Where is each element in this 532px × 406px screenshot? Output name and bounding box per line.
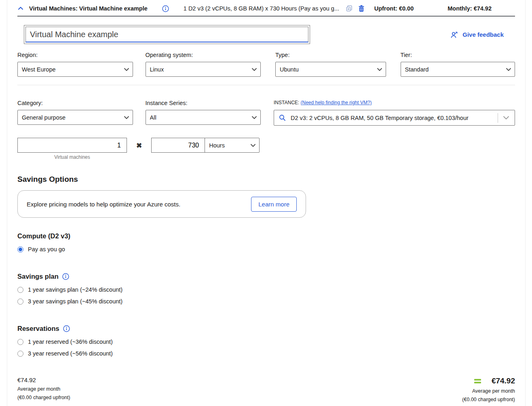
- reservations-title: Reservations: [17, 325, 59, 332]
- primary-config-row: Region: West Europe Operating system: Li…: [17, 52, 515, 77]
- instance-series-select[interactable]: All: [146, 110, 261, 125]
- reserved-1yr-label: 1 year reserved (~36% discount): [28, 339, 113, 345]
- subtotal-amount: €74.92: [17, 377, 70, 383]
- name-row: Give feedback: [17, 25, 515, 44]
- vm-calculator-panel: Virtual Machines: Virtual Machine exampl…: [7, 0, 526, 406]
- vm-count-input[interactable]: [17, 138, 127, 153]
- category-select[interactable]: General purpose: [17, 110, 133, 125]
- type-label: Type:: [275, 52, 386, 58]
- upfront-value: €0.00: [399, 5, 414, 12]
- type-select[interactable]: Ubuntu: [275, 62, 386, 77]
- learn-more-button[interactable]: Learn more: [251, 197, 297, 212]
- reservations-heading: Reservations: [17, 325, 515, 332]
- feedback-label: Give feedback: [462, 31, 504, 38]
- config-summary: 1 D2 v3 (2 vCPUs, 8 GB RAM) x 730 Hours …: [184, 5, 339, 12]
- vm-count-caption: Virtual machines: [17, 154, 127, 160]
- subtotal-upfront-note: (€0.00 charged upfront): [17, 395, 70, 400]
- savings-plan-title: Savings plan: [17, 273, 59, 280]
- savings-plan-heading: Savings plan: [17, 273, 515, 280]
- multiply-icon: ✖: [136, 141, 142, 150]
- radio-icon[interactable]: [17, 299, 23, 305]
- info-icon[interactable]: [162, 5, 169, 12]
- savings-plan-1yr-label: 1 year savings plan (~24% discount): [28, 286, 122, 293]
- os-label: Operating system:: [146, 52, 261, 58]
- info-icon[interactable]: [63, 325, 70, 332]
- collapse-chevron-up-icon[interactable]: [17, 5, 24, 12]
- reserved-3yr-label: 3 year reserved (~56% discount): [28, 350, 113, 357]
- region-select[interactable]: West Europe: [17, 62, 133, 77]
- savings-promo-box: Explore pricing models to help optimize …: [17, 190, 306, 218]
- header-divider: [17, 16, 515, 17]
- savings-options-heading: Savings Options: [17, 175, 515, 184]
- instance-config-row: Category: General purpose Instance Serie…: [17, 100, 515, 126]
- service-title: Virtual Machines: Virtual Machine exampl…: [29, 5, 148, 12]
- savings-promo-text: Explore pricing models to help optimize …: [27, 201, 251, 208]
- grand-total-block: €74.92 Average per month (€0.00 charged …: [462, 377, 515, 402]
- instance-series-label: Instance Series:: [146, 100, 261, 106]
- radio-icon[interactable]: [17, 339, 23, 345]
- instance-combobox[interactable]: D2 v3: 2 vCPUs, 8 GB RAM, 50 GB Temporar…: [274, 110, 515, 126]
- info-icon[interactable]: [62, 273, 69, 280]
- chevron-down-icon[interactable]: [501, 116, 511, 120]
- hours-unit-select[interactable]: Hours: [205, 138, 260, 153]
- savings-plan-3yr-label: 3 year savings plan (~45% discount): [28, 298, 122, 305]
- radio-icon[interactable]: [17, 287, 23, 293]
- pay-as-you-go-option[interactable]: Pay as you go: [17, 246, 515, 252]
- tier-select[interactable]: Standard: [401, 62, 515, 77]
- grand-total-upfront-note: (€0.00 charged upfront): [462, 397, 515, 402]
- region-label: Region:: [17, 52, 133, 58]
- pay-as-you-go-label: Pay as you go: [28, 246, 65, 252]
- instance-label: INSTANCE:: [274, 100, 299, 105]
- subtotal-block: €74.92 Average per month (€0.00 charged …: [17, 377, 70, 402]
- subtotal-caption: Average per month: [17, 386, 70, 392]
- vm-help-link[interactable]: (Need help finding the right VM?): [301, 100, 372, 105]
- compute-heading: Compute (D2 v3): [17, 232, 515, 240]
- monthly-label: Monthly:: [448, 5, 472, 12]
- instance-value: D2 v3: 2 vCPUs, 8 GB RAM, 50 GB Temporar…: [291, 115, 496, 121]
- os-select[interactable]: Linux: [146, 62, 261, 77]
- vm-name-field-wrapper: [24, 25, 310, 44]
- radio-icon[interactable]: [17, 351, 23, 357]
- give-feedback-link[interactable]: Give feedback: [450, 31, 504, 38]
- quantity-row: Virtual machines ✖ Hours: [17, 138, 515, 160]
- savings-plan-1yr-option[interactable]: 1 year savings plan (~24% discount): [17, 286, 515, 293]
- feedback-person-icon: [450, 31, 459, 38]
- search-icon: [279, 114, 286, 121]
- upfront-cost: Upfront: €0.00: [374, 5, 414, 12]
- reserved-3yr-option[interactable]: 3 year reserved (~56% discount): [17, 350, 515, 357]
- grand-total-caption: Average per month: [462, 388, 515, 394]
- upfront-label: Upfront:: [374, 5, 397, 12]
- monthly-value: €74.92: [474, 5, 492, 12]
- equals-icon: [474, 379, 481, 383]
- vm-name-input[interactable]: [25, 27, 308, 42]
- delete-icon[interactable]: [358, 5, 365, 12]
- reserved-1yr-option[interactable]: 1 year reserved (~36% discount): [17, 339, 515, 345]
- monthly-cost: Monthly: €74.92: [448, 5, 492, 12]
- savings-plan-3yr-option[interactable]: 3 year savings plan (~45% discount): [17, 298, 515, 305]
- totals-row: €74.92 Average per month (€0.00 charged …: [17, 377, 515, 402]
- duplicate-icon[interactable]: [346, 5, 353, 12]
- radio-selected-icon[interactable]: [17, 246, 23, 252]
- hours-input[interactable]: [151, 138, 205, 153]
- tier-label: Tier:: [401, 52, 515, 58]
- grand-total-amount: €74.92: [492, 377, 515, 385]
- combobox-divider: [498, 113, 498, 123]
- category-label: Category:: [17, 100, 133, 106]
- service-header: Virtual Machines: Virtual Machine exampl…: [17, 0, 515, 13]
- section-divider: [17, 85, 515, 85]
